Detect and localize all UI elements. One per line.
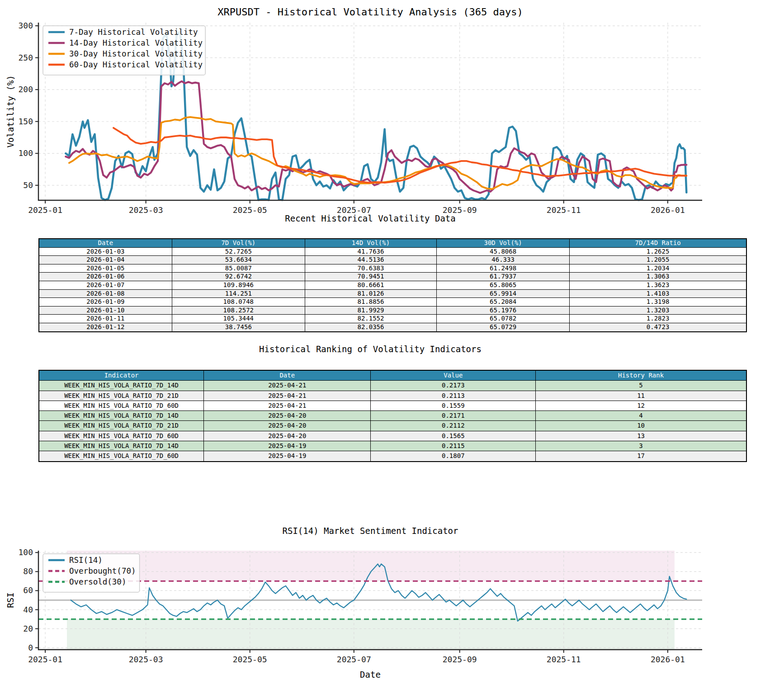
x-tick-label: 2025-09 xyxy=(443,655,477,664)
table-cell: 1.2823 xyxy=(570,315,746,323)
table-cell: 81.9929 xyxy=(305,306,436,315)
table-cell: 2026-01-09 xyxy=(39,298,172,307)
x-tick-label: 2025-03 xyxy=(129,655,163,664)
table-cell: 17 xyxy=(536,451,746,462)
header-cell: Value xyxy=(371,370,536,381)
volatility-chart: 501001502002503002025-012025-032025-0520… xyxy=(0,0,784,216)
header-cell: Date xyxy=(39,239,172,247)
table-cell: 0.2115 xyxy=(371,441,536,451)
x-tick-label: 2025-07 xyxy=(337,655,371,664)
table-cell: 1.3623 xyxy=(570,281,746,289)
table-cell: 2026-01-08 xyxy=(39,289,172,298)
header-cell: History Rank xyxy=(536,370,746,381)
legend-label: 14-Day Historical Volatility xyxy=(69,38,203,47)
table-cell: 2025-04-19 xyxy=(204,451,371,462)
legend-label: 7-Day Historical Volatility xyxy=(69,28,198,37)
table-cell: 41.7636 xyxy=(305,247,436,256)
table-cell: WEEK_MIN_HIS_VOLA_RATIO_7D_14D xyxy=(39,381,204,391)
rsi-chart-title: RSI(14) Market Sentiment Indicator xyxy=(0,526,741,536)
y-tick-label: 50 xyxy=(23,180,33,190)
table-row: WEEK_MIN_HIS_VOLA_RATIO_7D_60D2025-04-20… xyxy=(39,431,746,441)
table-cell: 1.3063 xyxy=(570,273,746,281)
table-cell: 82.1552 xyxy=(305,315,436,323)
x-axis-label: Date xyxy=(360,670,381,679)
table-row: WEEK_MIN_HIS_VOLA_RATIO_7D_14D2025-04-20… xyxy=(39,411,746,421)
table-row: WEEK_MIN_HIS_VOLA_RATIO_7D_14D2025-04-19… xyxy=(39,441,746,451)
table-cell: 109.8946 xyxy=(172,281,305,289)
header-cell: 7D/14D Ratio xyxy=(570,239,746,247)
header-cell: 7D Vol(%) xyxy=(172,239,305,247)
table-cell: 2025-04-20 xyxy=(204,431,371,441)
y-tick-label: 80 xyxy=(23,566,33,576)
table-cell: 5 xyxy=(536,381,746,391)
y-axis-label: RSI xyxy=(5,592,15,608)
table-row: 2026-01-1238.745682.035665.07290.4723 xyxy=(39,323,746,331)
table-cell: 10 xyxy=(536,421,746,431)
recent-volatility-table: Date7D Vol(%)14D Vol(%)30D Vol(%)7D/14D … xyxy=(38,238,747,332)
table-cell: 108.0748 xyxy=(172,298,305,307)
table-cell: 114.251 xyxy=(172,289,305,298)
table-cell: 2025-04-21 xyxy=(204,401,371,410)
table-cell: 65.2084 xyxy=(437,298,570,307)
table-cell: 1.3198 xyxy=(570,298,746,307)
header-cell: 30D Vol(%) xyxy=(437,239,570,247)
table-cell: 2026-01-06 xyxy=(39,273,172,281)
table-cell: 2026-01-05 xyxy=(39,264,172,273)
legend-label: Overbought(70) xyxy=(69,566,136,576)
table-cell: 38.7456 xyxy=(172,323,305,331)
table-cell: 65.8065 xyxy=(437,281,570,289)
legend-label: 30-Day Historical Volatility xyxy=(69,49,203,58)
table-cell: 1.4103 xyxy=(570,289,746,298)
table-cell: 108.2572 xyxy=(172,306,305,315)
y-tick-label: 100 xyxy=(18,148,33,158)
table-cell: WEEK_MIN_HIS_VOLA_RATIO_7D_60D xyxy=(39,451,204,462)
table-row: 2026-01-08114.25181.012665.99141.4103 xyxy=(39,289,746,298)
table-row: 2026-01-0692.674270.945161.79371.3063 xyxy=(39,273,746,281)
x-tick-label: 2025-01 xyxy=(28,655,62,664)
table-cell: 2026-01-03 xyxy=(39,247,172,256)
table-row: 2026-01-0352.726541.763645.80681.2625 xyxy=(39,247,746,256)
table-cell: 0.1565 xyxy=(371,431,536,441)
table-header-row: IndicatorDateValueHistory Rank xyxy=(39,370,746,381)
y-tick-label: 150 xyxy=(18,117,33,126)
table-cell: 2026-01-07 xyxy=(39,281,172,289)
table-cell: 0.2173 xyxy=(371,381,536,391)
table-cell: 92.6742 xyxy=(172,273,305,281)
table-cell: 1.3203 xyxy=(570,306,746,315)
table-cell: 1.2034 xyxy=(570,264,746,273)
table-cell: 65.1976 xyxy=(437,306,570,315)
table-cell: 65.0729 xyxy=(437,323,570,331)
header-cell: 14D Vol(%) xyxy=(305,239,436,247)
table-cell: 65.9914 xyxy=(437,289,570,298)
table-cell: WEEK_MIN_HIS_VOLA_RATIO_7D_21D xyxy=(39,421,204,431)
y-axis-label: Volatility (%) xyxy=(5,75,15,147)
table-cell: 3 xyxy=(536,441,746,451)
y-tick-label: 60 xyxy=(23,585,33,595)
table-row: WEEK_MIN_HIS_VOLA_RATIO_7D_60D2025-04-19… xyxy=(39,451,746,462)
table-cell: WEEK_MIN_HIS_VOLA_RATIO_7D_14D xyxy=(39,411,204,421)
legend: 7-Day Historical Volatility14-Day Histor… xyxy=(43,26,205,75)
table-cell: 44.5136 xyxy=(305,256,436,264)
table-cell: 2026-01-10 xyxy=(39,306,172,315)
x-tick-label: 2025-05 xyxy=(233,655,267,664)
table-cell: 0.1807 xyxy=(371,451,536,462)
header-cell: Indicator xyxy=(39,370,204,381)
table-cell: 4 xyxy=(536,411,746,421)
table-cell: 46.333 xyxy=(437,256,570,264)
y-tick-label: 40 xyxy=(23,605,33,614)
table-cell: 2025-04-20 xyxy=(204,411,371,421)
table-cell: 2026-01-11 xyxy=(39,315,172,323)
table-cell: WEEK_MIN_HIS_VOLA_RATIO_7D_21D xyxy=(39,391,204,401)
table-cell: 0.4723 xyxy=(570,323,746,331)
table-cell: 45.8068 xyxy=(437,247,570,256)
table-cell: 65.0782 xyxy=(437,315,570,323)
table-cell: 11 xyxy=(536,391,746,401)
table-row: 2026-01-10108.257281.992965.19761.3203 xyxy=(39,306,746,315)
y-tick-label: 250 xyxy=(18,53,33,62)
table-cell: 2026-01-12 xyxy=(39,323,172,331)
table-cell: WEEK_MIN_HIS_VOLA_RATIO_7D_14D xyxy=(39,441,204,451)
y-tick-label: 300 xyxy=(18,21,33,30)
table-row: 2026-01-11105.344482.155265.07821.2823 xyxy=(39,315,746,323)
table-cell: 105.3444 xyxy=(172,315,305,323)
legend-label: RSI(14) xyxy=(69,556,103,565)
